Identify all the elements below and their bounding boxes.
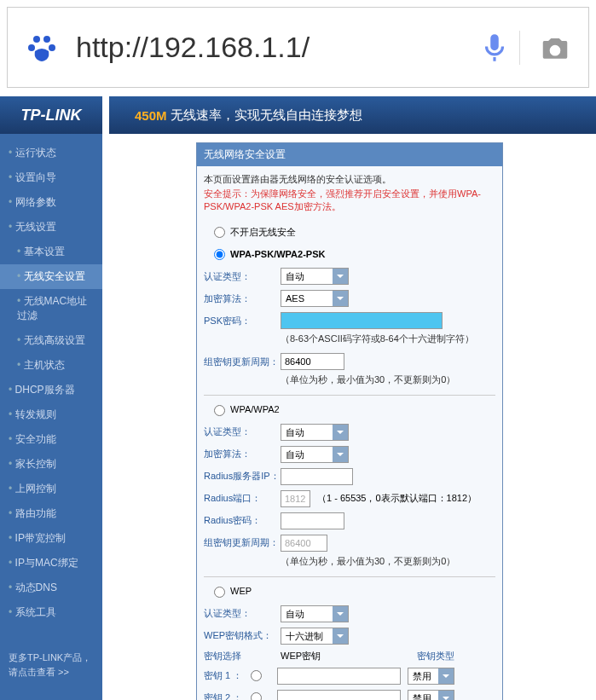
panel-warn: 安全提示：为保障网络安全，强烈推荐开启安全设置，并使用WPA-PSK/WPA2-… xyxy=(204,188,495,214)
wep-row-2: 密钥 2 ：禁用 xyxy=(204,687,495,700)
input-radius-pwd[interactable] xyxy=(281,512,344,529)
lbl-wepfmt: WEP密钥格式： xyxy=(204,629,281,642)
address-bar: http://192.168.1.1/ xyxy=(7,7,589,88)
sidebar-item-status[interactable]: 运行状态 xyxy=(0,141,102,165)
lbl-gk: 组密钥更新周期： xyxy=(204,356,281,368)
sidebar-item-parental[interactable]: 家长控制 xyxy=(0,452,102,477)
sidebar-item-security2[interactable]: 安全功能 xyxy=(0,427,102,452)
wep-key-2[interactable] xyxy=(277,690,401,700)
sidebar-item-security[interactable]: 无线安全设置 xyxy=(0,264,102,289)
sidebar-item-ipmac[interactable]: IP与MAC绑定 xyxy=(0,551,102,576)
sidebar-footer[interactable]: 更多TP-LINK产品， 请点击查看 >> xyxy=(0,642,102,687)
hint-psk: （8-63个ASCII码字符或8-64个十六进制字符） xyxy=(204,332,495,350)
sidebar-item-routing[interactable]: 路由功能 xyxy=(0,501,102,526)
sidebar-item-bandwidth[interactable]: IP带宽控制 xyxy=(0,526,102,551)
hint-gk: （单位为秒，最小值为30，不更新则为0） xyxy=(204,373,495,391)
sidebar-item-wizard[interactable]: 设置向导 xyxy=(0,165,102,190)
sidebar-item-hoststatus[interactable]: 主机状态 xyxy=(0,353,102,378)
url-text[interactable]: http://192.168.1.1/ xyxy=(76,31,468,64)
lbl-psk: PSK密码： xyxy=(204,315,281,327)
wep-row-1: 密钥 1 ：禁用 xyxy=(204,665,495,687)
sidebar-item-dhcp[interactable]: DHCP服务器 xyxy=(0,378,102,402)
chevron-down-icon xyxy=(333,291,348,306)
panel-desc: 本页面设置路由器无线网络的安全认证选项。 xyxy=(204,173,495,186)
chevron-down-icon xyxy=(333,425,348,440)
baidu-icon[interactable] xyxy=(25,31,59,65)
input-radius-ip[interactable] xyxy=(281,468,353,485)
select-enc[interactable]: AES xyxy=(281,290,349,307)
sidebar: 运行状态 设置向导 网络参数 无线设置 基本设置 无线安全设置 无线MAC地址过… xyxy=(0,134,102,700)
select-authtype2[interactable]: 自动 xyxy=(281,424,349,441)
chevron-down-icon xyxy=(333,606,348,622)
banner: 450M 无线速率，实现无线自由连接梦想 xyxy=(109,96,596,134)
banner-gold: 450M xyxy=(135,108,167,123)
divider xyxy=(519,31,520,65)
sidebar-item-basic[interactable]: 基本设置 xyxy=(0,240,102,264)
chevron-down-icon xyxy=(438,691,454,700)
sidebar-item-system[interactable]: 系统工具 xyxy=(0,600,102,625)
mic-icon[interactable] xyxy=(478,32,511,64)
chevron-down-icon xyxy=(333,447,348,462)
content: 无线网络安全设置 本页面设置路由器无线网络的安全认证选项。 安全提示：为保障网络… xyxy=(102,134,596,700)
lbl-radius-port: Radius端口： xyxy=(204,492,281,505)
sidebar-item-advanced[interactable]: 无线高级设置 xyxy=(0,328,102,353)
select-authtype3[interactable]: 自动 xyxy=(281,605,349,622)
banner-text: 无线速率，实现无线自由连接梦想 xyxy=(171,107,362,124)
svg-point-1 xyxy=(43,36,50,43)
panel-title: 无线网络安全设置 xyxy=(197,143,502,166)
radio-wep[interactable]: WEP xyxy=(204,581,495,603)
panel: 无线网络安全设置 本页面设置路由器无线网络的安全认证选项。 安全提示：为保障网络… xyxy=(196,142,503,700)
select-authtype[interactable]: 自动 xyxy=(281,268,349,285)
sidebar-item-ddns[interactable]: 动态DNS xyxy=(0,576,102,600)
input-gk2[interactable] xyxy=(281,535,327,552)
sidebar-item-network[interactable]: 网络参数 xyxy=(0,190,102,215)
wep-radio-1[interactable] xyxy=(251,670,262,681)
sidebar-item-forward[interactable]: 转发规则 xyxy=(0,402,102,427)
lbl-radius-ip: Radius服务器IP： xyxy=(204,470,281,483)
radio-none[interactable]: 不开启无线安全 xyxy=(204,221,495,244)
input-radius-port[interactable] xyxy=(281,490,310,507)
sidebar-item-macfilter[interactable]: 无线MAC地址过滤 xyxy=(0,289,102,328)
chevron-down-icon xyxy=(438,668,454,684)
input-psk[interactable] xyxy=(281,312,443,329)
select-enc2[interactable]: 自动 xyxy=(281,446,349,463)
wep-radio-2[interactable] xyxy=(251,692,262,700)
radio-wpa[interactable]: WPA/WPA2 xyxy=(204,399,495,421)
wep-type-2[interactable]: 禁用 xyxy=(408,690,454,700)
header: TP-LINK 450M 无线速率，实现无线自由连接梦想 xyxy=(0,96,596,134)
chevron-down-icon xyxy=(333,628,348,644)
lbl-authtype: 认证类型： xyxy=(204,270,281,283)
wep-type-1[interactable]: 禁用 xyxy=(408,668,454,685)
lbl-radius-pwd: Radius密码： xyxy=(204,514,281,527)
camera-icon[interactable] xyxy=(539,32,571,64)
wep-key-1[interactable] xyxy=(277,668,401,685)
svg-point-2 xyxy=(28,44,35,51)
input-gk[interactable] xyxy=(281,353,344,370)
select-wepfmt[interactable]: 十六进制 xyxy=(281,628,349,645)
chevron-down-icon xyxy=(333,269,348,284)
sidebar-item-access[interactable]: 上网控制 xyxy=(0,477,102,501)
svg-point-3 xyxy=(49,44,55,51)
svg-point-0 xyxy=(33,36,40,43)
lbl-enc: 加密算法： xyxy=(204,292,281,305)
sidebar-item-wireless[interactable]: 无线设置 xyxy=(0,215,102,240)
radio-wpapsk[interactable]: WPA-PSK/WPA2-PSK xyxy=(204,244,495,266)
logo: TP-LINK xyxy=(0,96,102,134)
